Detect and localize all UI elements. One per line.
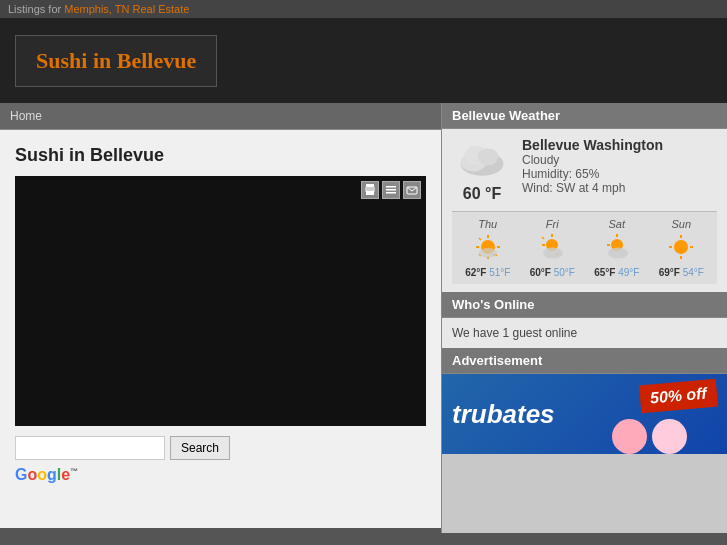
advertisement-section: Advertisement trubates 50% off (442, 348, 727, 454)
page-heading: Sushi in Bellevue (15, 145, 426, 166)
site-title-box: Sushi in Bellevue (15, 35, 217, 87)
weather-body: 60 °F Bellevue Washington Cloudy Humidit… (442, 129, 727, 292)
forecast-sat-temps: 65°F 49°F (587, 267, 647, 278)
header: Sushi in Bellevue (0, 18, 727, 103)
sidebar: Bellevue Weather 60 °F Bel (442, 103, 727, 533)
forecast-sun-temps: 69°F 54°F (652, 267, 712, 278)
forecast-thu-icon (474, 233, 502, 261)
forecast-fri: Fri 60°F 50°F (523, 218, 583, 278)
weather-forecast: Thu (452, 211, 717, 284)
search-bar: Search (15, 436, 426, 460)
map-icon-list[interactable] (382, 181, 400, 199)
map-icon-email[interactable] (403, 181, 421, 199)
map-icon-print[interactable] (361, 181, 379, 199)
weather-wind: Wind: SW at 4 mph (522, 181, 717, 195)
weather-location: Bellevue Washington (522, 137, 717, 153)
forecast-sat: Sat 65°F 49°F (587, 218, 647, 278)
forecast-sat-name: Sat (587, 218, 647, 230)
weather-details: Bellevue Washington Cloudy Humidity: 65%… (522, 137, 717, 203)
svg-line-16 (479, 238, 481, 240)
whos-online-section: Who's Online We have 1 guest online (442, 292, 727, 348)
ad-products (612, 419, 687, 454)
forecast-thu-name: Thu (458, 218, 518, 230)
top-bar: Listings for Memphis, TN Real Estate (0, 0, 727, 18)
search-button[interactable]: Search (170, 436, 230, 460)
svg-rect-4 (386, 189, 396, 191)
main-layout: Home Sushi in Bellevue (0, 103, 727, 533)
ad-product-2 (652, 419, 687, 454)
map-icons (361, 181, 421, 199)
whos-online-header: Who's Online (442, 292, 727, 318)
svg-point-30 (608, 248, 628, 259)
weather-temp: 60 °F (463, 185, 501, 203)
weather-humidity: Humidity: 65% (522, 167, 717, 181)
svg-rect-3 (386, 186, 396, 188)
forecast-sun-icon (667, 233, 695, 261)
content-area: Home Sushi in Bellevue (0, 103, 442, 533)
svg-point-10 (478, 148, 499, 165)
svg-point-26 (543, 248, 563, 259)
forecast-sun-name: Sun (652, 218, 712, 230)
nav-bar: Home (0, 103, 441, 130)
weather-main: 60 °F Bellevue Washington Cloudy Humidit… (452, 137, 717, 203)
ad-body: trubates 50% off (442, 374, 727, 454)
ad-trubates[interactable]: trubates 50% off (442, 374, 727, 454)
ad-badge: 50% off (639, 379, 718, 414)
google-logo: Google™ (15, 466, 426, 484)
forecast-thu: Thu (458, 218, 518, 278)
forecast-thu-temps: 62°F 51°F (458, 267, 518, 278)
nav-home[interactable]: Home (10, 109, 42, 123)
svg-line-24 (542, 237, 544, 239)
search-input[interactable] (15, 436, 165, 460)
advertisement-header: Advertisement (442, 348, 727, 374)
forecast-fri-icon (538, 233, 566, 261)
weather-header: Bellevue Weather (442, 103, 727, 129)
ad-product-1 (612, 419, 647, 454)
forecast-sun: Sun 69°F 54°F (652, 218, 712, 278)
svg-rect-5 (386, 192, 396, 194)
site-title: Sushi in Bellevue (36, 48, 196, 73)
whos-online-text: We have 1 guest online (452, 326, 577, 340)
forecast-fri-name: Fri (523, 218, 583, 230)
svg-point-20 (479, 248, 497, 258)
weather-icon-area: 60 °F (452, 137, 512, 203)
whos-online-body: We have 1 guest online (442, 318, 727, 348)
map-area (15, 176, 426, 426)
weather-cloud-icon (452, 137, 512, 182)
weather-section: Bellevue Weather 60 °F Bel (442, 103, 727, 292)
listings-prefix: Listings for (8, 3, 64, 15)
ad-text: trubates (452, 399, 555, 430)
svg-point-31 (674, 240, 688, 254)
svg-rect-2 (366, 191, 374, 195)
forecast-fri-temps: 60°F 50°F (523, 267, 583, 278)
location-link[interactable]: Memphis, TN Real Estate (64, 3, 189, 15)
content-body: Sushi in Bellevue Searc (0, 130, 441, 528)
forecast-sat-icon (603, 233, 631, 261)
weather-condition: Cloudy (522, 153, 717, 167)
